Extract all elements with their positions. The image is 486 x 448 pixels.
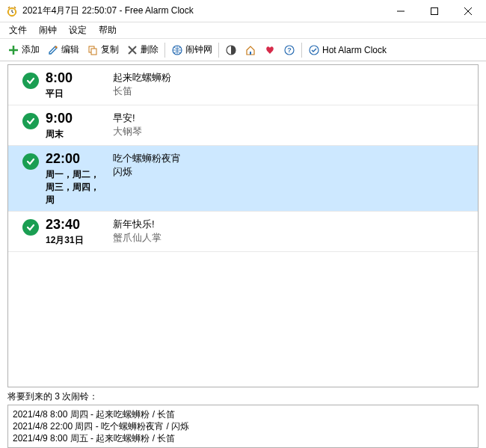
toolbar: 添加 编辑 复制 删除 闹钟网 xyxy=(0,39,486,61)
alarm-time: 9:00 xyxy=(46,111,105,126)
add-label: 添加 xyxy=(22,43,40,56)
menu-settings[interactable]: 设定 xyxy=(63,22,93,38)
alarm-desc-block: 新年快乐!蟹爪仙人掌 xyxy=(105,216,470,245)
svg-rect-2 xyxy=(431,7,437,14)
copy-button[interactable]: 复制 xyxy=(84,42,122,58)
hotalarm-label: Hot Alarm Clock xyxy=(322,45,387,55)
alarm-schedule: 12月31日 xyxy=(46,234,105,247)
check-circle-icon xyxy=(22,153,39,170)
delete-label: 删除 xyxy=(141,43,159,56)
alarm-title: 吃个螺蛳粉夜宵 xyxy=(113,152,470,165)
check-circle-icon xyxy=(22,73,39,89)
alarm-desc-block: 起来吃螺蛳粉长笛 xyxy=(105,70,470,98)
titlebar: 2021年4月7日 22:50:07 - Free Alarm Clock xyxy=(0,0,486,22)
separator xyxy=(164,43,165,58)
menu-alarm[interactable]: 闹钟 xyxy=(33,22,63,38)
upcoming-label: 将要到来的 3 次闹铃： xyxy=(7,390,479,403)
alarm-row[interactable]: 23:4012月31日新年快乐!蟹爪仙人掌 xyxy=(8,212,478,252)
alarm-time: 23:40 xyxy=(46,218,105,233)
pencil-icon xyxy=(47,44,59,56)
alarm-list[interactable]: 8:00平日起来吃螺蛳粉长笛9:00周末早安!大钢琴22:00周一，周二，周三，… xyxy=(7,64,479,387)
window-title: 2021年4月7日 22:50:07 - Free Alarm Clock xyxy=(22,4,384,17)
help-button[interactable]: ? xyxy=(280,43,298,58)
web-label: 闹钟网 xyxy=(185,43,212,56)
alarm-sound: 长笛 xyxy=(113,85,470,98)
contrast-button[interactable] xyxy=(222,43,240,58)
svg-rect-5 xyxy=(91,49,96,55)
alarm-enabled-toggle[interactable] xyxy=(16,110,46,129)
alarm-title: 早安! xyxy=(113,111,470,125)
alarm-enabled-toggle[interactable] xyxy=(16,70,46,89)
alarm-desc-block: 早安!大钢琴 xyxy=(105,110,470,138)
minimize-button[interactable] xyxy=(384,0,417,22)
contrast-icon xyxy=(225,44,237,56)
delete-button[interactable]: 删除 xyxy=(123,42,162,58)
add-button[interactable]: 添加 xyxy=(4,42,43,58)
alarm-row[interactable]: 8:00平日起来吃螺蛳粉长笛 xyxy=(8,65,478,105)
heart-button[interactable] xyxy=(261,43,279,58)
copy-label: 复制 xyxy=(101,43,119,56)
globe-icon xyxy=(171,44,183,56)
alarm-schedule: 周末 xyxy=(46,128,105,141)
edit-button[interactable]: 编辑 xyxy=(44,42,82,58)
alarm-time-block: 8:00平日 xyxy=(46,70,105,100)
alarm-desc-block: 吃个螺蛳粉夜宵闪烁 xyxy=(105,150,470,179)
window-controls xyxy=(384,0,485,22)
hotalarm-button[interactable]: Hot Alarm Clock xyxy=(305,43,390,58)
alarm-time: 22:00 xyxy=(46,152,105,167)
alarm-time: 8:00 xyxy=(46,71,105,86)
separator xyxy=(218,43,219,58)
svg-rect-8 xyxy=(250,52,251,55)
svg-text:?: ? xyxy=(287,46,292,54)
home-button[interactable] xyxy=(242,43,259,58)
web-button[interactable]: 闹钟网 xyxy=(168,42,215,58)
alarm-time-block: 22:00周一，周二，周三，周四，周 xyxy=(46,150,105,206)
alarm-sound: 闪烁 xyxy=(113,165,470,179)
upcoming-box: 2021/4/8 8:00 周四 - 起来吃螺蛳粉 / 长笛2021/4/8 2… xyxy=(7,405,479,448)
copy-icon xyxy=(87,44,99,56)
x-icon xyxy=(126,44,138,56)
question-icon: ? xyxy=(283,44,295,56)
svg-point-3 xyxy=(55,46,58,48)
alarm-enabled-toggle[interactable] xyxy=(16,216,46,236)
menubar: 文件 闹钟 设定 帮助 xyxy=(0,22,486,39)
upcoming-line: 2021/4/9 8:00 周五 - 起来吃螺蛳粉 / 长笛 xyxy=(13,432,473,444)
upcoming-line: 2021/4/8 22:00 周四 - 吃个螺蛳粉夜宵 / 闪烁 xyxy=(13,420,473,432)
maximize-button[interactable] xyxy=(417,0,451,22)
alarm-schedule: 平日 xyxy=(46,88,105,100)
app-icon xyxy=(6,5,18,17)
alarm-title: 新年快乐! xyxy=(113,218,470,231)
clock-check-icon xyxy=(308,44,320,56)
home-icon xyxy=(244,44,256,56)
alarm-enabled-toggle[interactable] xyxy=(16,150,46,170)
alarm-time-block: 23:4012月31日 xyxy=(46,216,105,247)
separator xyxy=(301,43,302,58)
edit-label: 编辑 xyxy=(61,43,79,56)
alarm-title: 起来吃螺蛳粉 xyxy=(113,71,470,85)
alarm-sound: 大钢琴 xyxy=(113,125,470,138)
upcoming-line: 2021/4/8 8:00 周四 - 起来吃螺蛳粉 / 长笛 xyxy=(13,408,473,420)
alarm-row[interactable]: 9:00周末早安!大钢琴 xyxy=(8,105,478,146)
alarm-row[interactable]: 22:00周一，周二，周三，周四，周吃个螺蛳粉夜宵闪烁 xyxy=(8,146,478,212)
plus-icon xyxy=(7,44,19,56)
alarm-time-block: 9:00周末 xyxy=(46,110,105,141)
menu-file[interactable]: 文件 xyxy=(3,22,33,38)
alarm-sound: 蟹爪仙人掌 xyxy=(113,231,470,245)
check-circle-icon xyxy=(22,219,39,236)
menu-help[interactable]: 帮助 xyxy=(93,22,123,38)
check-circle-icon xyxy=(22,113,39,129)
close-button[interactable] xyxy=(451,0,485,22)
alarm-schedule: 周一，周二，周三，周四，周 xyxy=(46,168,105,206)
heart-icon xyxy=(264,44,276,56)
